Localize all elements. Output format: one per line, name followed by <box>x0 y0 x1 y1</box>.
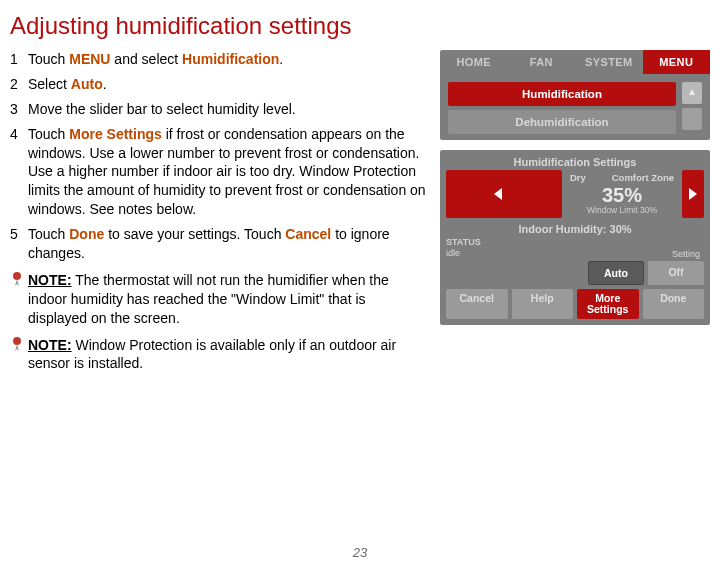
step-text: Touch <box>28 51 69 67</box>
help-button[interactable]: Help <box>512 289 574 319</box>
step-text: Touch <box>28 226 69 242</box>
slider-comfort-label: Comfort Zone <box>612 172 674 183</box>
scroll-up-button[interactable]: ▲ <box>682 82 702 104</box>
note-text: Window Protection is available only if a… <box>28 337 396 372</box>
status-label: STATUS <box>446 237 481 248</box>
setting-label: Setting <box>481 249 704 259</box>
triangle-right-icon <box>689 188 697 200</box>
note-text: The thermostat will not run the humidifi… <box>28 272 389 326</box>
page-title: Adjusting humidification settings <box>0 0 720 50</box>
steps-list: Touch MENU and select Humidification. Se… <box>10 50 428 263</box>
step-2: Select Auto. <box>10 75 428 94</box>
note-label: NOTE: <box>28 337 72 353</box>
step-text: Select <box>28 76 71 92</box>
mode-auto-button[interactable]: Auto <box>588 261 644 285</box>
pushpin-icon <box>10 336 28 374</box>
step-text: . <box>103 76 107 92</box>
slider-increase-button[interactable] <box>682 170 704 218</box>
tab-bar: HOME FAN SYSTEM MENU <box>440 50 710 74</box>
kw-menu: MENU <box>69 51 110 67</box>
done-button[interactable]: Done <box>643 289 705 319</box>
more-settings-button[interactable]: More Settings <box>577 289 639 319</box>
mode-off-button[interactable]: Off <box>648 261 704 285</box>
pushpin-icon <box>10 271 28 328</box>
thermostat-menu-screenshot: HOME FAN SYSTEM MENU Humidification Dehu… <box>440 50 710 140</box>
step-text: . <box>279 51 283 67</box>
screenshot-column: HOME FAN SYSTEM MENU Humidification Dehu… <box>440 50 710 377</box>
step-1: Touch MENU and select Humidification. <box>10 50 428 69</box>
note-1: NOTE: The thermostat will not run the hu… <box>10 271 428 328</box>
step-3: Move the slider bar to select humidity l… <box>10 100 428 119</box>
slider-dry-label: Dry <box>570 172 586 183</box>
svg-point-1 <box>13 337 21 345</box>
tab-home[interactable]: HOME <box>440 50 508 74</box>
page-number: 23 <box>0 545 720 560</box>
humidification-settings-screenshot: Humidification Settings Dry Comfort Zone… <box>440 150 710 325</box>
step-4: Touch More Settings if frost or condensa… <box>10 125 428 219</box>
instruction-column: Touch MENU and select Humidification. Se… <box>10 50 440 377</box>
kw-humidification: Humidification <box>182 51 279 67</box>
humidity-value: 35% <box>570 185 674 205</box>
tab-system[interactable]: SYSTEM <box>575 50 643 74</box>
kw-cancel: Cancel <box>285 226 331 242</box>
step-5: Touch Done to save your settings. Touch … <box>10 225 428 263</box>
more-settings-line2: Settings <box>577 304 639 315</box>
tab-fan[interactable]: FAN <box>508 50 576 74</box>
note-2: NOTE: Window Protection is available onl… <box>10 336 428 374</box>
step-text: Touch <box>28 126 69 142</box>
slider-decrease-button[interactable] <box>446 170 562 218</box>
kw-more-settings: More Settings <box>69 126 162 142</box>
indoor-humidity-label: Indoor Humidity: 30% <box>446 223 704 235</box>
settings-title: Humidification Settings <box>446 156 704 168</box>
triangle-left-icon <box>494 188 502 200</box>
step-text: to save your settings. Touch <box>104 226 285 242</box>
kw-auto: Auto <box>71 76 103 92</box>
svg-point-0 <box>13 272 21 280</box>
more-settings-line1: More <box>577 293 639 304</box>
window-limit-label: Window Limit 30% <box>570 205 674 215</box>
step-text: and select <box>110 51 182 67</box>
status-value: idle <box>446 248 481 259</box>
tab-menu[interactable]: MENU <box>643 50 711 74</box>
cancel-button[interactable]: Cancel <box>446 289 508 319</box>
kw-done: Done <box>69 226 104 242</box>
scroll-track[interactable] <box>682 108 702 130</box>
note-label: NOTE: <box>28 272 72 288</box>
menu-item-humidification[interactable]: Humidification <box>448 82 676 106</box>
step-text: Move the slider bar to select humidity l… <box>28 101 296 117</box>
menu-item-dehumidification[interactable]: Dehumidification <box>448 110 676 134</box>
